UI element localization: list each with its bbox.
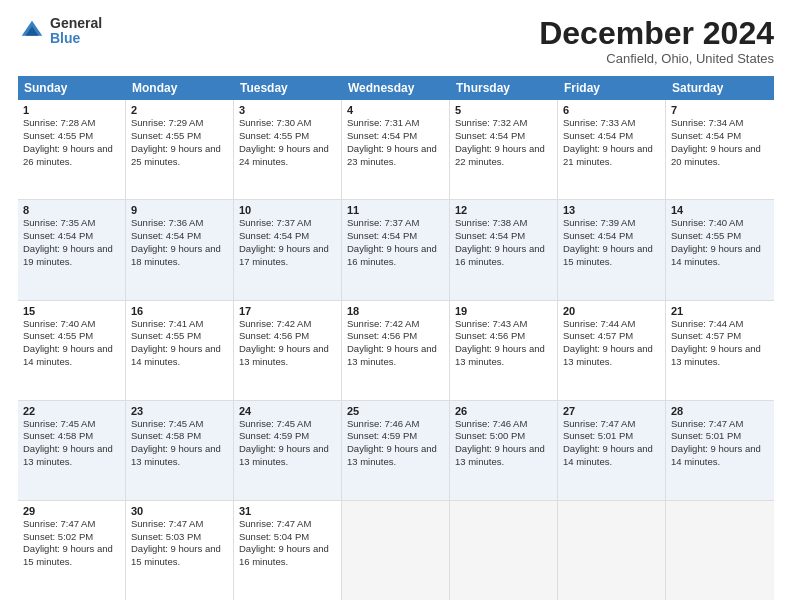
day-sun-info: Sunrise: 7:45 AM Sunset: 4:59 PM Dayligh… [239, 418, 336, 469]
day-sun-info: Sunrise: 7:32 AM Sunset: 4:54 PM Dayligh… [455, 117, 552, 168]
day-number: 30 [131, 505, 228, 517]
calendar-week-2: 8 Sunrise: 7:35 AM Sunset: 4:54 PM Dayli… [18, 200, 774, 300]
calendar-page: General Blue December 2024 Canfield, Ohi… [0, 0, 792, 612]
day-sun-info: Sunrise: 7:44 AM Sunset: 4:57 PM Dayligh… [563, 318, 660, 369]
day-number: 14 [671, 204, 769, 216]
calendar-day-23: 23 Sunrise: 7:45 AM Sunset: 4:58 PM Dayl… [126, 401, 234, 500]
calendar-empty-cell [558, 501, 666, 600]
calendar-day-20: 20 Sunrise: 7:44 AM Sunset: 4:57 PM Dayl… [558, 301, 666, 400]
day-sun-info: Sunrise: 7:29 AM Sunset: 4:55 PM Dayligh… [131, 117, 228, 168]
calendar-day-9: 9 Sunrise: 7:36 AM Sunset: 4:54 PM Dayli… [126, 200, 234, 299]
calendar-day-12: 12 Sunrise: 7:38 AM Sunset: 4:54 PM Dayl… [450, 200, 558, 299]
title-section: December 2024 Canfield, Ohio, United Sta… [539, 16, 774, 66]
day-sun-info: Sunrise: 7:47 AM Sunset: 5:03 PM Dayligh… [131, 518, 228, 569]
calendar-day-6: 6 Sunrise: 7:33 AM Sunset: 4:54 PM Dayli… [558, 100, 666, 199]
calendar-day-5: 5 Sunrise: 7:32 AM Sunset: 4:54 PM Dayli… [450, 100, 558, 199]
calendar-day-28: 28 Sunrise: 7:47 AM Sunset: 5:01 PM Dayl… [666, 401, 774, 500]
day-number: 4 [347, 104, 444, 116]
calendar-week-4: 22 Sunrise: 7:45 AM Sunset: 4:58 PM Dayl… [18, 401, 774, 501]
day-number: 26 [455, 405, 552, 417]
day-sun-info: Sunrise: 7:42 AM Sunset: 4:56 PM Dayligh… [239, 318, 336, 369]
calendar-day-3: 3 Sunrise: 7:30 AM Sunset: 4:55 PM Dayli… [234, 100, 342, 199]
day-number: 17 [239, 305, 336, 317]
location-text: Canfield, Ohio, United States [539, 51, 774, 66]
day-number: 19 [455, 305, 552, 317]
day-number: 28 [671, 405, 769, 417]
day-sun-info: Sunrise: 7:35 AM Sunset: 4:54 PM Dayligh… [23, 217, 120, 268]
day-number: 9 [131, 204, 228, 216]
calendar-day-16: 16 Sunrise: 7:41 AM Sunset: 4:55 PM Dayl… [126, 301, 234, 400]
day-sun-info: Sunrise: 7:34 AM Sunset: 4:54 PM Dayligh… [671, 117, 769, 168]
calendar-empty-cell [342, 501, 450, 600]
day-sun-info: Sunrise: 7:47 AM Sunset: 5:01 PM Dayligh… [563, 418, 660, 469]
calendar: Sunday Monday Tuesday Wednesday Thursday… [18, 76, 774, 600]
day-sun-info: Sunrise: 7:40 AM Sunset: 4:55 PM Dayligh… [23, 318, 120, 369]
header-friday: Friday [558, 76, 666, 100]
calendar-day-8: 8 Sunrise: 7:35 AM Sunset: 4:54 PM Dayli… [18, 200, 126, 299]
day-number: 16 [131, 305, 228, 317]
day-sun-info: Sunrise: 7:38 AM Sunset: 4:54 PM Dayligh… [455, 217, 552, 268]
day-number: 22 [23, 405, 120, 417]
day-sun-info: Sunrise: 7:37 AM Sunset: 4:54 PM Dayligh… [239, 217, 336, 268]
calendar-day-11: 11 Sunrise: 7:37 AM Sunset: 4:54 PM Dayl… [342, 200, 450, 299]
calendar-day-1: 1 Sunrise: 7:28 AM Sunset: 4:55 PM Dayli… [18, 100, 126, 199]
calendar-week-3: 15 Sunrise: 7:40 AM Sunset: 4:55 PM Dayl… [18, 301, 774, 401]
day-sun-info: Sunrise: 7:47 AM Sunset: 5:02 PM Dayligh… [23, 518, 120, 569]
calendar-day-10: 10 Sunrise: 7:37 AM Sunset: 4:54 PM Dayl… [234, 200, 342, 299]
calendar-empty-cell [666, 501, 774, 600]
day-number: 7 [671, 104, 769, 116]
calendar-day-27: 27 Sunrise: 7:47 AM Sunset: 5:01 PM Dayl… [558, 401, 666, 500]
day-number: 3 [239, 104, 336, 116]
day-sun-info: Sunrise: 7:45 AM Sunset: 4:58 PM Dayligh… [23, 418, 120, 469]
calendar-day-30: 30 Sunrise: 7:47 AM Sunset: 5:03 PM Dayl… [126, 501, 234, 600]
calendar-day-4: 4 Sunrise: 7:31 AM Sunset: 4:54 PM Dayli… [342, 100, 450, 199]
day-number: 1 [23, 104, 120, 116]
calendar-body: 1 Sunrise: 7:28 AM Sunset: 4:55 PM Dayli… [18, 100, 774, 600]
day-number: 24 [239, 405, 336, 417]
calendar-day-21: 21 Sunrise: 7:44 AM Sunset: 4:57 PM Dayl… [666, 301, 774, 400]
calendar-day-13: 13 Sunrise: 7:39 AM Sunset: 4:54 PM Dayl… [558, 200, 666, 299]
day-number: 21 [671, 305, 769, 317]
calendar-day-17: 17 Sunrise: 7:42 AM Sunset: 4:56 PM Dayl… [234, 301, 342, 400]
day-sun-info: Sunrise: 7:28 AM Sunset: 4:55 PM Dayligh… [23, 117, 120, 168]
day-sun-info: Sunrise: 7:40 AM Sunset: 4:55 PM Dayligh… [671, 217, 769, 268]
day-sun-info: Sunrise: 7:31 AM Sunset: 4:54 PM Dayligh… [347, 117, 444, 168]
header-saturday: Saturday [666, 76, 774, 100]
logo: General Blue [18, 16, 102, 47]
day-sun-info: Sunrise: 7:45 AM Sunset: 4:58 PM Dayligh… [131, 418, 228, 469]
logo-blue-text: Blue [50, 31, 102, 46]
day-sun-info: Sunrise: 7:44 AM Sunset: 4:57 PM Dayligh… [671, 318, 769, 369]
day-number: 29 [23, 505, 120, 517]
calendar-day-14: 14 Sunrise: 7:40 AM Sunset: 4:55 PM Dayl… [666, 200, 774, 299]
header-thursday: Thursday [450, 76, 558, 100]
calendar-day-19: 19 Sunrise: 7:43 AM Sunset: 4:56 PM Dayl… [450, 301, 558, 400]
day-sun-info: Sunrise: 7:42 AM Sunset: 4:56 PM Dayligh… [347, 318, 444, 369]
month-title: December 2024 [539, 16, 774, 51]
calendar-day-24: 24 Sunrise: 7:45 AM Sunset: 4:59 PM Dayl… [234, 401, 342, 500]
day-number: 31 [239, 505, 336, 517]
calendar-day-7: 7 Sunrise: 7:34 AM Sunset: 4:54 PM Dayli… [666, 100, 774, 199]
day-sun-info: Sunrise: 7:46 AM Sunset: 5:00 PM Dayligh… [455, 418, 552, 469]
logo-general-text: General [50, 16, 102, 31]
day-number: 8 [23, 204, 120, 216]
day-number: 18 [347, 305, 444, 317]
calendar-day-26: 26 Sunrise: 7:46 AM Sunset: 5:00 PM Dayl… [450, 401, 558, 500]
day-number: 25 [347, 405, 444, 417]
calendar-week-1: 1 Sunrise: 7:28 AM Sunset: 4:55 PM Dayli… [18, 100, 774, 200]
day-number: 2 [131, 104, 228, 116]
day-sun-info: Sunrise: 7:33 AM Sunset: 4:54 PM Dayligh… [563, 117, 660, 168]
day-sun-info: Sunrise: 7:47 AM Sunset: 5:04 PM Dayligh… [239, 518, 336, 569]
header-tuesday: Tuesday [234, 76, 342, 100]
calendar-day-15: 15 Sunrise: 7:40 AM Sunset: 4:55 PM Dayl… [18, 301, 126, 400]
logo-icon [18, 17, 46, 45]
calendar-day-25: 25 Sunrise: 7:46 AM Sunset: 4:59 PM Dayl… [342, 401, 450, 500]
day-sun-info: Sunrise: 7:39 AM Sunset: 4:54 PM Dayligh… [563, 217, 660, 268]
day-number: 23 [131, 405, 228, 417]
calendar-empty-cell [450, 501, 558, 600]
day-sun-info: Sunrise: 7:43 AM Sunset: 4:56 PM Dayligh… [455, 318, 552, 369]
day-number: 10 [239, 204, 336, 216]
day-sun-info: Sunrise: 7:30 AM Sunset: 4:55 PM Dayligh… [239, 117, 336, 168]
header-wednesday: Wednesday [342, 76, 450, 100]
day-sun-info: Sunrise: 7:47 AM Sunset: 5:01 PM Dayligh… [671, 418, 769, 469]
calendar-week-5: 29 Sunrise: 7:47 AM Sunset: 5:02 PM Dayl… [18, 501, 774, 600]
